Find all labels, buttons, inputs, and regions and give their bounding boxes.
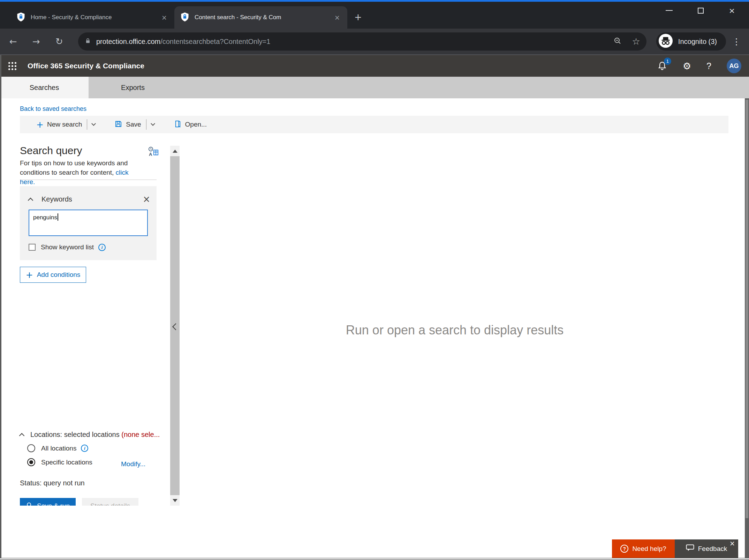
incognito-label: Incognito (3): [678, 38, 717, 46]
content-search-page: Back to saved searches + New search Save: [0, 98, 749, 560]
tab-exports[interactable]: Exports: [89, 77, 177, 98]
zoom-indicator-icon[interactable]: [613, 37, 622, 46]
maximize-icon: [698, 8, 704, 14]
security-shield-favicon: [16, 12, 26, 23]
feedback-bubble-icon: [686, 544, 694, 553]
reload-button[interactable]: ↻: [52, 34, 67, 49]
url-domain: protection.office.com: [96, 38, 160, 45]
scroll-up-button[interactable]: [170, 146, 180, 156]
office-365-header: Office 365 Security & Compliance 1 ⚙ ? A…: [0, 55, 749, 77]
locations-warning-text: (none sele...: [121, 431, 160, 438]
keywords-value: penguins: [33, 214, 57, 221]
browser-window: Home - Security & Compliance × Content s…: [0, 0, 749, 560]
feedback-label: Feedback: [698, 545, 727, 553]
forward-button[interactable]: →: [29, 34, 44, 49]
plus-icon: +: [26, 271, 33, 279]
results-placeholder-text: Run or open a search to display results: [181, 323, 728, 338]
minimize-icon: [666, 10, 673, 11]
browser-tab-content-search[interactable]: Content search - Security & Com ×: [174, 6, 347, 29]
info-icon[interactable]: i: [98, 244, 106, 251]
tips-text: For tips on how to use keywords and cond…: [20, 159, 128, 176]
bookmark-star-icon[interactable]: ☆: [632, 36, 640, 47]
text-caret: [58, 213, 58, 221]
https-lock-icon: [84, 37, 91, 46]
tab-close-icon[interactable]: ×: [160, 13, 169, 22]
need-help-label: Need help?: [632, 545, 666, 553]
locations-header-label: Locations: selected locations: [30, 431, 121, 438]
browser-tabstrip: Home - Security & Compliance × Content s…: [0, 2, 749, 29]
search-query-title: Search query: [20, 145, 82, 157]
save-and-run-label: Save & run: [37, 502, 70, 506]
tab-searches[interactable]: Searches: [0, 77, 89, 98]
section-tabs: Searches Exports: [0, 77, 749, 98]
security-shield-favicon: [180, 12, 190, 23]
all-locations-option: All locations i: [27, 444, 88, 452]
window-controls: ×: [653, 3, 748, 18]
search-query-panel: Search query A For tips on how to use ke…: [0, 98, 170, 506]
browser-tab-home[interactable]: Home - Security & Compliance ×: [10, 6, 174, 29]
specific-locations-label: Specific locations: [41, 459, 92, 466]
help-icon[interactable]: ?: [706, 61, 711, 71]
window-bottom-border: [0, 558, 749, 560]
notification-count-badge: 1: [664, 58, 671, 65]
office-header-title: Office 365 Security & Compliance: [28, 62, 144, 70]
search-query-tips: For tips on how to use keywords and cond…: [20, 158, 131, 187]
window-maximize-button[interactable]: [685, 3, 716, 18]
locations-header-text: Locations: selected locations (none sele…: [30, 431, 160, 439]
url-text: protection.office.com/contentsearchbeta?…: [96, 38, 270, 46]
back-button[interactable]: ←: [6, 34, 21, 49]
tab-close-icon[interactable]: ×: [333, 13, 342, 22]
query-language-icon[interactable]: A: [148, 146, 159, 158]
incognito-badge: Incognito (3): [656, 32, 726, 51]
query-status-text: Status: query not run: [20, 479, 85, 487]
save-and-run-button[interactable]: Save & run: [20, 498, 76, 506]
browser-toolbar: ← → ↻ protection.office.com/contentsearc…: [0, 29, 749, 54]
keywords-textarea[interactable]: penguins: [29, 210, 148, 236]
collapse-section-chevron-icon[interactable]: [28, 197, 33, 203]
locations-section-header: Locations: selected locations (none sele…: [20, 431, 160, 439]
window-close-button[interactable]: ×: [716, 3, 748, 18]
remove-keywords-icon[interactable]: ×: [143, 195, 150, 204]
user-avatar[interactable]: AG: [727, 59, 741, 73]
help-feedback-bar: ? Need help? Feedback ×: [612, 539, 738, 558]
divider: [20, 180, 157, 180]
need-help-button[interactable]: ? Need help?: [612, 539, 675, 558]
open-icon: [174, 120, 182, 129]
open-button[interactable]: Open...: [185, 121, 207, 128]
page-scrollbar[interactable]: [745, 98, 749, 558]
address-bar[interactable]: protection.office.com/contentsearchbeta?…: [78, 32, 646, 51]
show-keyword-list-label: Show keyword list: [41, 243, 94, 251]
modify-locations-link[interactable]: Modify...: [121, 460, 145, 468]
search-magnifier-icon: [26, 501, 33, 506]
new-tab-button[interactable]: +: [352, 12, 364, 23]
feedback-button[interactable]: Feedback ×: [675, 539, 738, 558]
add-conditions-button[interactable]: + Add conditions: [20, 267, 86, 283]
info-icon[interactable]: i: [81, 445, 88, 452]
all-locations-label: All locations: [41, 445, 76, 452]
app-launcher-waffle-icon[interactable]: [8, 62, 16, 70]
scroll-down-arrow-icon: [173, 499, 177, 502]
window-minimize-button[interactable]: [653, 3, 685, 18]
url-path: /contentsearchbeta?ContentOnly=1: [160, 38, 270, 45]
keywords-header: Keywords: [41, 195, 72, 203]
scroll-down-button[interactable]: [170, 495, 180, 506]
show-keyword-list-checkbox[interactable]: [29, 244, 36, 251]
collapse-section-chevron-icon[interactable]: [19, 433, 25, 439]
page-scrollbar-thumb[interactable]: [746, 100, 748, 518]
specific-locations-option: Specific locations: [27, 458, 92, 466]
incognito-spy-icon: [659, 34, 673, 49]
status-details-label: Status details: [90, 502, 130, 506]
scroll-up-arrow-icon: [173, 150, 177, 153]
notifications-bell-icon[interactable]: 1: [657, 61, 667, 71]
close-feedback-icon[interactable]: ×: [729, 539, 735, 547]
add-conditions-label: Add conditions: [37, 271, 81, 279]
all-locations-radio[interactable]: [27, 444, 35, 452]
status-details-button[interactable]: Status details: [82, 498, 138, 506]
browser-menu-button[interactable]: ⋮: [729, 37, 743, 47]
settings-gear-icon[interactable]: ⚙: [683, 61, 691, 71]
help-circle-icon: ?: [620, 545, 628, 553]
tab-title: Content search - Security & Com: [195, 14, 328, 21]
window-left-border: [0, 55, 1, 560]
svg-text:A: A: [149, 152, 152, 157]
specific-locations-radio[interactable]: [27, 458, 35, 466]
